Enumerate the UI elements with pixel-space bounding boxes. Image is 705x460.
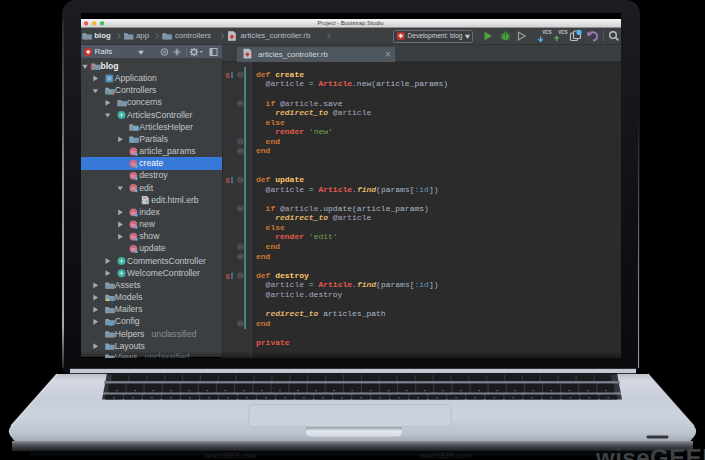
svg-text:wiseGEEK.com: wiseGEEK.com — [204, 452, 256, 459]
svg-text:wiseGEEK: wiseGEEK — [595, 444, 705, 460]
svg-text:wiseGEEK.com: wiseGEEK.com — [419, 452, 471, 459]
